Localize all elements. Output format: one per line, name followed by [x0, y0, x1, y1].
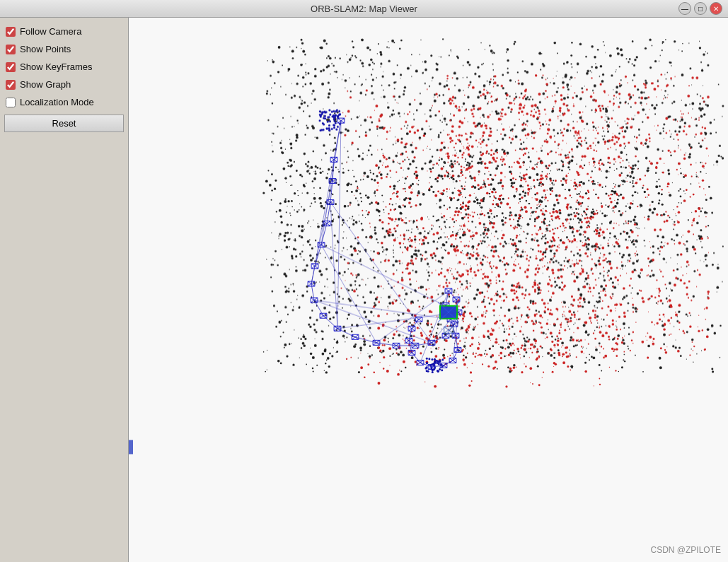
title-bar: ORB-SLAM2: Map Viewer — □ ✕	[0, 0, 728, 18]
window-title: ORB-SLAM2: Map Viewer	[311, 4, 417, 14]
watermark: CSDN @ZPILOTE	[650, 545, 721, 555]
show-keyframes-label: Show KeyFrames	[20, 62, 93, 72]
show-points-label: Show Points	[20, 44, 71, 54]
main-content: Follow Camera Show Points Show KeyFrames…	[0, 18, 728, 562]
sidebar: Follow Camera Show Points Show KeyFrames…	[0, 18, 129, 562]
map-canvas[interactable]	[129, 18, 728, 562]
show-keyframes-item: Show KeyFrames	[4, 59, 124, 75]
show-points-item: Show Points	[4, 41, 124, 57]
follow-camera-item: Follow Camera	[4, 23, 124, 40]
show-keyframes-checkbox[interactable]	[6, 62, 16, 72]
localization-mode-label: Localization Mode	[20, 97, 94, 107]
show-graph-label: Show Graph	[20, 79, 71, 90]
follow-camera-checkbox[interactable]	[6, 27, 16, 37]
show-points-checkbox[interactable]	[6, 45, 16, 54]
close-button[interactable]: ✕	[710, 2, 722, 15]
minimize-button[interactable]: —	[678, 2, 691, 15]
maximize-button[interactable]: □	[694, 2, 707, 15]
show-graph-item: Show Graph	[4, 76, 124, 93]
window-controls[interactable]: — □ ✕	[678, 2, 722, 15]
localization-mode-item: Localization Mode	[4, 94, 124, 110]
follow-camera-label: Follow Camera	[20, 26, 81, 37]
show-graph-checkbox[interactable]	[6, 80, 16, 90]
reset-button[interactable]: Reset	[4, 115, 124, 132]
localization-mode-checkbox[interactable]	[6, 98, 16, 107]
map-viewer: CSDN @ZPILOTE	[129, 18, 728, 562]
